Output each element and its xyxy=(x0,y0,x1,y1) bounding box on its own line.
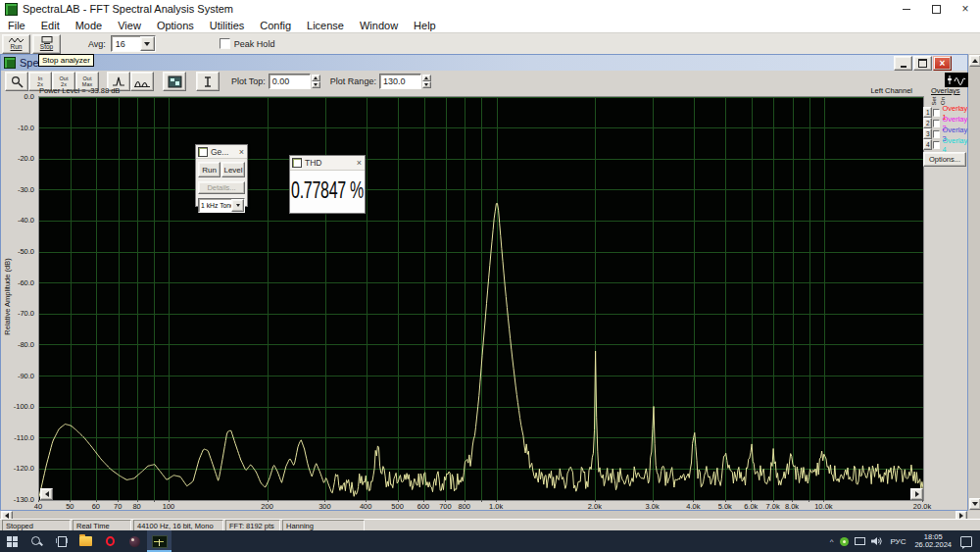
media-app-button[interactable] xyxy=(122,530,147,552)
spectrum-icon xyxy=(4,57,16,69)
generator-level-button[interactable]: Level xyxy=(221,162,245,177)
thd-window-icon xyxy=(292,158,302,168)
menu-view[interactable]: View xyxy=(110,20,149,31)
overlay-2-set-button[interactable]: 2 xyxy=(923,118,932,128)
generator-window-icon xyxy=(198,147,208,157)
volume-icon[interactable] xyxy=(871,532,883,550)
menu-help[interactable]: Help xyxy=(406,20,444,31)
overlays-panel: Overlays Set On 1Overlay 12Overlay 23Ove… xyxy=(923,86,968,167)
plot-range-spinner[interactable] xyxy=(422,75,431,88)
y-tick-label: -50.0 xyxy=(1,247,34,256)
thd-window: THD × 0.77847 % xyxy=(289,155,366,214)
tray-expand-icon[interactable]: ^ xyxy=(826,537,838,546)
display-options-button[interactable] xyxy=(163,72,186,91)
avg-dropdown-arrow[interactable] xyxy=(140,36,155,51)
generator-titlebar[interactable]: Ge... × xyxy=(196,145,247,159)
vertical-scrollbar[interactable] xyxy=(968,54,980,511)
close-button[interactable]: × xyxy=(951,0,980,18)
bar-display-button[interactable] xyxy=(130,72,154,91)
scroll-up-button[interactable] xyxy=(969,55,980,67)
scroll-down-button[interactable] xyxy=(969,498,980,510)
y-tick-label: -70.0 xyxy=(1,309,34,318)
main-toolbar: Run Stop Avg: 16 Peak Hold xyxy=(0,32,980,54)
spectralab-taskbar-button[interactable] xyxy=(147,530,172,552)
y-tick-label: -60.0 xyxy=(1,278,34,287)
plot-scroll-left-button[interactable] xyxy=(40,488,53,500)
overlay-3-checkbox[interactable] xyxy=(933,130,940,138)
menu-utilities[interactable]: Utilities xyxy=(202,20,252,31)
minimize-button[interactable] xyxy=(892,0,921,18)
run-button[interactable]: Run xyxy=(2,34,30,54)
overlay-3-set-button[interactable]: 3 xyxy=(923,128,932,139)
task-view-icon xyxy=(56,536,68,546)
language-indicator[interactable]: РУС xyxy=(886,537,909,546)
generator-signal-select[interactable]: 1 kHz Tone xyxy=(198,198,245,213)
y-tick-label: -20.0 xyxy=(1,154,34,163)
generator-run-button[interactable]: Run xyxy=(198,162,220,177)
spectrum-trace xyxy=(39,204,923,497)
plot-top-input[interactable]: 0.00 xyxy=(269,74,311,89)
network-icon[interactable] xyxy=(855,537,865,546)
generator-close-icon[interactable]: × xyxy=(239,147,244,157)
plot-top-spinner[interactable] xyxy=(312,75,320,88)
stop-button[interactable]: Stop xyxy=(32,34,61,54)
thd-titlebar[interactable]: THD × xyxy=(290,156,365,171)
menu-window[interactable]: Window xyxy=(352,20,406,31)
zoom-tool-button[interactable] xyxy=(5,72,28,91)
power-level-readout: Power Level = -33.88 dB xyxy=(39,86,120,95)
y-tick-label: -80.0 xyxy=(1,340,34,349)
x-tick-label: 300 xyxy=(305,502,344,511)
generator-signal-dropdown-arrow[interactable] xyxy=(231,199,244,212)
overlay-row-4: 4Overlay 4 xyxy=(923,139,968,150)
menu-edit[interactable]: Edit xyxy=(33,20,68,31)
horizontal-scrollbar[interactable] xyxy=(0,511,968,519)
spectrum-close-button[interactable]: × xyxy=(933,56,952,71)
x-tick-label: 3.0k xyxy=(633,502,672,511)
y-tick-label: -30.0 xyxy=(1,185,34,194)
y-tick-label: -120.0 xyxy=(1,464,34,473)
opera-icon xyxy=(106,536,115,546)
window-title: SpectraLAB - FFT Spectral Analysis Syste… xyxy=(23,3,233,15)
task-view-button[interactable] xyxy=(49,530,74,552)
y-tick-label: 0.0 xyxy=(1,92,34,101)
y-tick-label: -40.0 xyxy=(1,216,34,225)
menu-options[interactable]: Options xyxy=(149,20,202,31)
overlay-1-checkbox[interactable] xyxy=(933,109,940,117)
taskbar-search[interactable] xyxy=(24,530,49,552)
marker-tool-button[interactable] xyxy=(196,72,220,91)
overlay-4-checkbox[interactable] xyxy=(933,141,940,149)
generator-details-button: Details... xyxy=(198,181,245,194)
system-tray: ^ РУС 18:05 26.02.2024 xyxy=(826,530,980,552)
overlays-options-button[interactable]: Options... xyxy=(923,152,966,167)
menu-config[interactable]: Config xyxy=(252,20,299,31)
spectrum-plot[interactable] xyxy=(38,96,924,501)
overlay-2-checkbox[interactable] xyxy=(933,120,940,127)
peak-hold-checkbox[interactable] xyxy=(220,38,230,49)
x-tick-label: 1.0k xyxy=(476,502,515,511)
overlay-4-set-button[interactable]: 4 xyxy=(923,139,932,150)
notification-center-icon[interactable] xyxy=(960,536,972,547)
file-explorer-button[interactable] xyxy=(74,530,98,552)
x-tick-label: 20.0k xyxy=(903,502,942,511)
menu-license[interactable]: License xyxy=(299,20,352,31)
signal-generator-icon[interactable] xyxy=(945,73,968,87)
overlay-1-set-button[interactable]: 1 xyxy=(923,107,932,118)
spectrum-maximize-button[interactable] xyxy=(913,56,932,71)
x-tick-label: 2.0k xyxy=(575,502,614,511)
plot-scroll-right-button[interactable] xyxy=(910,488,923,500)
menu-file[interactable]: File xyxy=(0,20,33,31)
antivirus-tray-icon[interactable] xyxy=(840,537,849,546)
taskbar-clock[interactable]: 18:05 26.02.2024 xyxy=(909,533,956,549)
menu-mode[interactable]: Mode xyxy=(68,20,111,31)
peak-hold-label: Peak Hold xyxy=(234,39,275,49)
overlays-header: Overlays xyxy=(931,86,968,95)
spectrum-minimize-button[interactable] xyxy=(894,56,912,71)
plot-range-input[interactable]: 130.0 xyxy=(379,74,421,89)
maximize-button[interactable] xyxy=(921,0,951,18)
thd-close-icon[interactable]: × xyxy=(357,158,362,168)
opera-browser-button[interactable] xyxy=(98,530,122,552)
avg-select[interactable]: 16 xyxy=(111,35,156,52)
start-button[interactable] xyxy=(0,530,24,552)
spectralab-icon xyxy=(152,535,168,548)
spectrum-titlebar[interactable]: Spectrum × xyxy=(1,55,967,71)
